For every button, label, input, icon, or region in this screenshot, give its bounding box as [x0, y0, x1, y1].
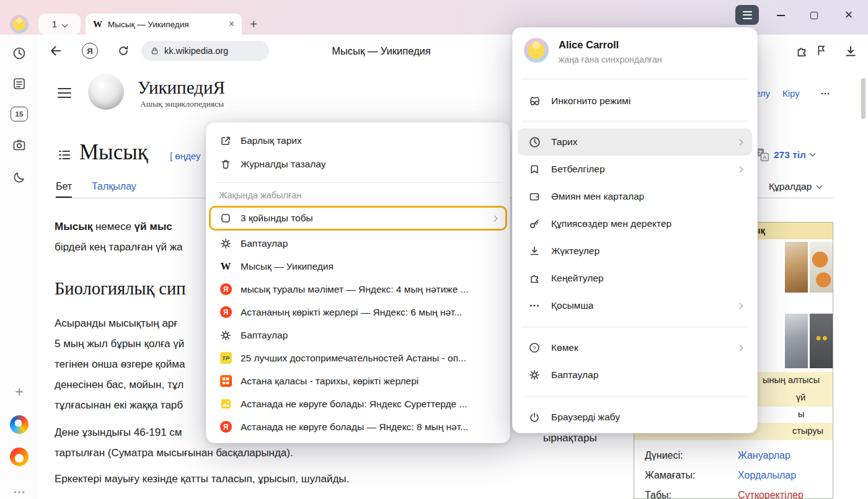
images-icon: [219, 398, 232, 410]
reload-button[interactable]: [117, 44, 130, 58]
clock-icon: [12, 46, 27, 61]
ellipsis-icon: [528, 299, 541, 312]
wiki-language-button[interactable]: A 273 тіл: [755, 148, 815, 162]
history-item-search[interactable]: Я мысық туралы мәлімет — Яндекс: 4 мың н…: [206, 278, 510, 301]
reload-icon: [117, 44, 130, 58]
sidebar-add-button[interactable]: +: [12, 384, 27, 399]
menu-item-bookmarks[interactable]: Бетбелгілер: [513, 156, 757, 183]
wiki-login-link[interactable]: Кіру: [782, 88, 800, 99]
tab-close-icon[interactable]: ×: [229, 19, 234, 29]
chevron-down-icon: [817, 182, 823, 188]
menu-item-all-history[interactable]: Барлық тарих: [206, 129, 510, 152]
taxobox-phylum-link[interactable]: Хордалылар: [738, 470, 796, 481]
yandex-search-button[interactable]: Я: [82, 43, 98, 59]
history-item-site[interactable]: Астана қаласы - тарихы, көрікті жерлері: [206, 369, 510, 392]
menu-item-label: Бетбелгілер: [551, 164, 605, 175]
article-section-heading: Биологиялық сип: [55, 279, 186, 299]
menu-item-clear-history[interactable]: Журналды тазалау: [206, 152, 510, 176]
menu-item-settings[interactable]: Баптаулар: [206, 232, 510, 255]
menu-item-extensions[interactable]: Кеңейтулер: [513, 265, 757, 292]
ellipsis-icon: [818, 88, 832, 99]
menu-item-close-browser[interactable]: Браузерді жабу: [513, 404, 757, 431]
menu-item-downloads[interactable]: Жүктеулер: [513, 237, 757, 265]
sidebar-history-button[interactable]: [12, 46, 27, 61]
menu-item-settings[interactable]: Баптаулар: [513, 361, 757, 389]
yandex-app-icon[interactable]: [10, 448, 29, 466]
browser-profile-avatar[interactable]: [10, 15, 29, 33]
collections-button[interactable]: [815, 44, 828, 58]
plus-icon: +: [250, 17, 257, 32]
wiki-edit-link[interactable]: [ өңдеу: [170, 151, 200, 161]
help-icon: ?: [528, 342, 541, 354]
taxobox-row-text-fragment: стыруы: [792, 426, 823, 436]
menu-divider: [521, 396, 748, 397]
yandex-icon: Я: [220, 306, 232, 318]
menu-item-tab-group[interactable]: 3 қойынды тобы: [209, 206, 507, 231]
tripadvisor-icon: ТР: [220, 352, 232, 364]
minimize-icon: [777, 15, 785, 16]
menu-item-label: мысық туралы мәлімет — Яндекс: 4 мың нәт…: [241, 284, 469, 295]
pennant-flag-icon: [815, 44, 828, 58]
sidebar-tabs-button[interactable]: 15: [11, 107, 28, 121]
wiki-tools-button[interactable]: Құралдар: [769, 181, 822, 192]
history-item-tripadvisor[interactable]: ТР 25 лучших достопримечательностей Аста…: [206, 347, 510, 369]
history-item-settings[interactable]: Баптаулар: [206, 324, 510, 347]
window-maximize-button[interactable]: [806, 7, 822, 24]
cat-photo: [810, 242, 833, 293]
puzzle-icon: [795, 45, 808, 58]
wiki-menu-button[interactable]: [57, 87, 72, 99]
menu-item-wallet[interactable]: Әмиян мен карталар: [513, 183, 757, 210]
downloads-button[interactable]: [843, 44, 858, 59]
extensions-button[interactable]: [795, 45, 808, 58]
menu-item-history[interactable]: Тарих: [518, 128, 752, 156]
menu-item-label: Әмиян мен карталар: [551, 191, 644, 202]
menu-item-more[interactable]: Қосымша: [513, 292, 757, 319]
history-item-images[interactable]: Астанада не көруге болады: Яндекс Суретт…: [206, 392, 510, 415]
taxobox-kingdom-link[interactable]: Жануарлар: [738, 450, 790, 461]
wiki-tab-page[interactable]: Бет: [56, 181, 72, 198]
window-minimize-button[interactable]: [773, 7, 789, 24]
wiki-contents-button[interactable]: [57, 148, 72, 162]
yandex-browser-logo[interactable]: [10, 415, 29, 434]
article-line: 5 мың жыл бұрын қолға үй: [55, 338, 184, 350]
menu-item-label: Астана қаласы - тарихы, көрікті жерлері: [241, 376, 418, 387]
moon-icon: [12, 170, 27, 185]
browser-tab[interactable]: W Мысық — Уикипедия ×: [86, 14, 242, 35]
history-item-search[interactable]: Я Астанада не көруге болады — Яндекс: 8 …: [206, 415, 510, 438]
history-submenu: Барлық тарих Журналды тазалау Жақында жа…: [206, 122, 510, 443]
tab-group-icon: [219, 212, 232, 224]
sidebar-feed-button[interactable]: [12, 76, 27, 91]
menu-item-label: Баптаулар: [241, 238, 288, 249]
profile-name[interactable]: Alice Carroll: [559, 39, 619, 51]
gear-icon: [219, 237, 232, 250]
wiki-tab-talk[interactable]: Талқылау: [92, 181, 136, 192]
sidebar-screenshot-button[interactable]: [12, 138, 27, 152]
wiki-site-title[interactable]: УикипедиЯ: [138, 77, 225, 98]
back-button[interactable]: [48, 43, 63, 58]
sidebar-dark-mode-button[interactable]: [12, 170, 27, 185]
wiki-more-button[interactable]: [818, 88, 832, 99]
chevron-down-icon: [809, 151, 815, 157]
article-line: Дене ұзындығы 46-191 см: [55, 426, 182, 439]
cat-photo: [785, 242, 808, 293]
history-item-wikipedia[interactable]: W Мысық — Уикипедия: [206, 255, 510, 278]
key-icon: [528, 218, 541, 230]
lock-icon: [150, 46, 159, 56]
menu-item-label: Көмек: [551, 342, 578, 353]
page-scrollbar-thumb[interactable]: [861, 78, 866, 119]
menu-item-help[interactable]: ? Көмек: [513, 334, 757, 361]
sidebar-more-button[interactable]: [12, 485, 27, 499]
taxobox-class-link[interactable]: Сүтқоректілер: [738, 490, 804, 499]
address-bar[interactable]: kk.wikipedia.org: [141, 41, 269, 61]
menu-item-passwords[interactable]: Құпиясөздер мен деректер: [513, 210, 757, 237]
menu-item-incognito[interactable]: Инкогнито режимі: [513, 87, 757, 115]
section-label-text: Жақында жабылған: [219, 190, 301, 200]
alice-avatar[interactable]: [524, 38, 549, 63]
new-tab-button[interactable]: +: [246, 16, 262, 32]
history-item-search[interactable]: Я Астананың көрікті жерлері — Яндекс: 6 …: [206, 301, 510, 324]
tab-counter-button[interactable]: 1: [38, 14, 81, 35]
browser-menu-button[interactable]: [735, 5, 759, 25]
window-close-button[interactable]: ×: [839, 6, 858, 24]
wikipedia-logo[interactable]: [88, 74, 124, 110]
svg-text:?: ?: [533, 345, 536, 351]
